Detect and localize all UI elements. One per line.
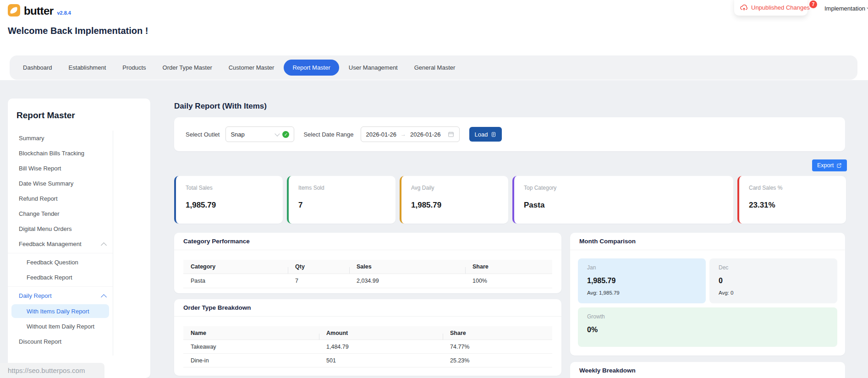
tab-products[interactable]: Products — [115, 60, 153, 75]
kpi-label: Avg Daily — [411, 185, 508, 191]
sidebar-menu: SummaryBlockchain Bills TrackingBill Wis… — [8, 131, 113, 356]
table-header-row: CategoryQtySalesShare — [183, 260, 552, 274]
sidebar-item-date-wise-summary[interactable]: Date Wise Summary — [8, 176, 113, 191]
export-button[interactable]: Export — [812, 159, 847, 171]
date-range-input[interactable]: 2026-01-26 → 2026-01-26 — [361, 126, 460, 142]
tile-value: 0% — [587, 326, 828, 334]
sidebar-item-blockchain-bills-tracking[interactable]: Blockchain Bills Tracking — [8, 146, 113, 161]
outlet-select[interactable]: Snap ✓ — [225, 126, 294, 142]
table-cell: 501 — [319, 357, 443, 364]
tile-avg: Avg: 0 — [719, 290, 828, 296]
kpi-value: 23.31% — [749, 201, 846, 210]
category-performance-title: Category Performance — [174, 233, 561, 250]
sidebar-item-feedback-management[interactable]: Feedback Management — [8, 236, 113, 252]
filter-bar: Select Outlet Snap ✓ Select Date Range 2… — [174, 117, 845, 151]
sidebar-item-feedback-report[interactable]: Feedback Report — [8, 270, 113, 285]
account-name: Implementation — [824, 5, 865, 12]
sidebar-item-bill-wise-report[interactable]: Bill Wise Report — [8, 161, 113, 176]
external-link-icon — [836, 163, 842, 168]
kpi-label: Card Sales % — [749, 185, 846, 191]
column-header-amount: Amount — [319, 330, 443, 336]
outlet-label: Select Outlet — [186, 131, 220, 138]
primary-nav-tabs: DashboardEstablishmentProductsOrder Type… — [10, 55, 857, 80]
table-header-row: NameAmountShare — [183, 326, 552, 340]
table-cell: 25.23% — [443, 357, 552, 364]
sidebar-item-label: Feedback Report — [27, 274, 72, 281]
tile-value: 0 — [719, 277, 828, 285]
load-button-label: Load — [475, 131, 488, 138]
sidebar-item-label: Feedback Question — [27, 259, 78, 266]
date-from-value[interactable]: 2026-01-26 — [366, 131, 397, 138]
sidebar-item-label: Discount Report — [19, 338, 61, 345]
sidebar-item-feedback-question[interactable]: Feedback Question — [8, 255, 113, 270]
month-comparison-card: Month Comparison Jan1,985.79Avg: 1,985.7… — [570, 233, 845, 356]
kpi-card-top-category: Top CategoryPasta — [512, 176, 733, 224]
sidebar-item-without-item-daily-report[interactable]: Without Item Daily Report — [8, 319, 113, 334]
kpi-cards-row: Total Sales1,985.79Items Sold7Avg Daily1… — [174, 176, 846, 224]
sidebar-item-label: Digital Menu Orders — [19, 225, 72, 232]
status-url-tooltip: https://seo.butterpos.com — [0, 363, 104, 378]
date-to-value[interactable]: 2026-01-26 — [410, 131, 441, 138]
tab-dashboard[interactable]: Dashboard — [16, 60, 59, 75]
table-row: Takeaway1,484.7974.77% — [183, 340, 552, 354]
cloud-upload-icon — [740, 4, 748, 11]
tab-general-master[interactable]: General Master — [407, 60, 462, 75]
table-cell: 7 — [288, 278, 349, 284]
tab-establishment[interactable]: Establishment — [62, 60, 113, 75]
category-performance-table: CategoryQtySalesSharePasta72,034.99100% — [183, 260, 552, 288]
unpublished-changes-link[interactable]: Unpublished Changes 7 — [740, 4, 810, 11]
sidebar-item-label: With Items Daily Report — [27, 308, 89, 315]
sidebar-item-label: Feedback Management — [19, 241, 82, 247]
kpi-card-total-sales: Total Sales1,985.79 — [174, 176, 283, 224]
table-cell: 100% — [465, 278, 552, 284]
tab-user-management[interactable]: User Management — [342, 60, 405, 75]
weekly-breakdown-title: Weekly Breakdown — [570, 362, 845, 378]
sidebar-item-daily-report[interactable]: Daily Report — [8, 288, 113, 303]
tab-customer-master[interactable]: Customer Master — [222, 60, 281, 75]
arrow-right-icon: → — [401, 131, 406, 137]
order-type-breakdown-table: NameAmountShareTakeaway1,484.7974.77%Din… — [183, 326, 552, 367]
sidebar-title: Report Master — [8, 99, 150, 121]
kpi-value: 1,985.79 — [411, 201, 508, 210]
table-row: Dine-in50125.23% — [183, 354, 552, 367]
sidebar-item-label: Refund Report — [19, 195, 58, 202]
table-row: Pasta72,034.99100% — [183, 274, 552, 288]
load-button[interactable]: Load — [469, 127, 502, 142]
app-version: v2.8.4 — [57, 10, 71, 16]
chevron-down-icon — [275, 131, 280, 136]
order-type-breakdown-title: Order Type Breakdown — [174, 299, 561, 317]
sidebar-item-change-tender[interactable]: Change Tender — [8, 206, 113, 221]
column-header-name: Name — [183, 330, 319, 336]
tile-avg: Avg: 1,985.79 — [587, 290, 697, 296]
page-title: Daily Report (With Items) — [174, 102, 267, 111]
menu-divider — [8, 253, 113, 253]
outlet-selected-value: Snap — [231, 131, 244, 138]
export-button-label: Export — [817, 162, 834, 169]
kpi-value: 7 — [298, 201, 396, 210]
tile-value: 1,985.79 — [587, 277, 697, 285]
calendar-icon — [448, 131, 454, 137]
category-performance-card: Category Performance CategoryQtySalesSha… — [174, 233, 561, 293]
month-tile-jan: Jan1,985.79Avg: 1,985.79 — [578, 258, 706, 303]
sidebar-item-with-items-daily-report[interactable]: With Items Daily Report — [11, 304, 109, 318]
brand-logo[interactable]: butter v2.8.4 — [8, 4, 71, 16]
column-header-sales: Sales — [349, 263, 465, 270]
sidebar-item-label: Daily Report — [19, 292, 52, 299]
sidebar-item-label: Bill Wise Report — [19, 165, 61, 172]
chevron-up-icon — [101, 242, 107, 248]
tab-report-master[interactable]: Report Master — [284, 60, 339, 76]
sidebar-item-label: Blockchain Bills Tracking — [19, 150, 84, 157]
column-header-category: Category — [183, 263, 288, 270]
sidebar-item-summary[interactable]: Summary — [8, 131, 113, 146]
sidebar-item-label: Summary — [19, 135, 44, 142]
account-menu[interactable]: Implementation — [824, 5, 868, 12]
brand-name: butter — [24, 5, 53, 16]
tab-order-type-master[interactable]: Order Type Master — [156, 60, 219, 75]
sidebar-item-digital-menu-orders[interactable]: Digital Menu Orders — [8, 221, 113, 236]
kpi-card-items-sold: Items Sold7 — [287, 176, 396, 224]
sidebar-item-discount-report[interactable]: Discount Report — [8, 334, 113, 349]
sidebar-item-refund-report[interactable]: Refund Report — [8, 191, 113, 206]
month-comparison-tiles: Jan1,985.79Avg: 1,985.79Dec0Avg: 0Growth… — [570, 250, 845, 347]
kpi-value: 1,985.79 — [186, 201, 283, 210]
tile-label: Jan — [587, 264, 697, 271]
